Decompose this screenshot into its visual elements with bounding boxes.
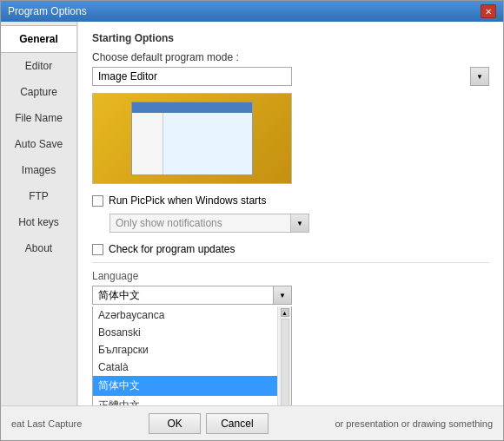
run-picpick-row: Run PicPick when Windows starts (92, 194, 489, 207)
title-bar: Program Options ✕ (1, 1, 503, 22)
mode-dropdown-container: Image Editor ▼ (92, 67, 489, 86)
language-title: Language (92, 262, 489, 282)
language-option-zh-tw[interactable]: 正體中文 (93, 396, 277, 405)
notifications-select[interactable]: Only show notifications (109, 214, 309, 233)
preview-inner (93, 94, 291, 183)
starting-options-title: Starting Options (92, 32, 489, 44)
window-title: Program Options (8, 5, 87, 17)
preview-main-mini (163, 113, 252, 174)
notifications-select-wrap: Only show notifications ▼ (109, 214, 309, 233)
sidebar-item-editor[interactable]: Editor (1, 53, 76, 79)
mode-preview-image (92, 93, 292, 184)
sidebar: General Editor Capture File Name Auto Sa… (1, 22, 77, 405)
language-list-items: Azərbaycanca Bosanski Български Català 简… (93, 306, 277, 405)
language-dropdown-list: Azərbaycanca Bosanski Български Català 简… (92, 306, 292, 405)
scroll-track (281, 319, 289, 405)
language-dropdown-container: 简体中文 ▼ Azərbaycanca Bosanski Български C… (92, 286, 292, 405)
preview-content (132, 113, 252, 174)
ok-button[interactable]: OK (149, 413, 201, 434)
sidebar-item-autosave[interactable]: Auto Save (1, 131, 76, 157)
sidebar-item-filename[interactable]: File Name (1, 105, 76, 131)
mode-label: Choose default program mode : (92, 51, 489, 63)
sidebar-item-general[interactable]: General (1, 25, 76, 53)
preview-sidebar-mini (132, 113, 163, 174)
mode-dropdown-arrow: ▼ (470, 67, 489, 86)
mode-select[interactable]: Image Editor (92, 67, 292, 86)
language-option-bg[interactable]: Български (93, 341, 277, 359)
sidebar-item-hotkeys[interactable]: Hot keys (1, 209, 76, 235)
footer-buttons: OK Cancel (149, 413, 268, 434)
settings-panel: Starting Options Choose default program … (77, 22, 503, 405)
sidebar-item-about[interactable]: About (1, 235, 76, 261)
title-bar-controls: ✕ (481, 4, 496, 18)
scroll-up-arrow[interactable]: ▲ (281, 308, 289, 317)
run-picpick-checkbox[interactable] (92, 195, 103, 207)
check-updates-checkbox[interactable] (92, 244, 103, 255)
footer-bar: eat Last Capture OK Cancel or presentati… (1, 405, 503, 440)
language-option-zh-cn[interactable]: 简体中文 (93, 376, 277, 396)
cancel-button[interactable]: Cancel (206, 413, 268, 434)
language-option-az[interactable]: Azərbaycanca (93, 306, 277, 324)
sidebar-item-ftp[interactable]: FTP (1, 183, 76, 209)
check-updates-row: Check for program updates (92, 243, 489, 255)
preview-titlebar (132, 102, 252, 113)
program-options-window: Program Options ✕ General Editor Capture… (0, 0, 504, 441)
language-dropdown-scrollbar[interactable]: ▲ ▼ (277, 306, 291, 405)
main-content: General Editor Capture File Name Auto Sa… (1, 22, 503, 405)
notifications-row: Only show notifications ▼ (109, 214, 489, 233)
sidebar-item-capture[interactable]: Capture (1, 79, 76, 105)
language-option-bs[interactable]: Bosanski (93, 324, 277, 341)
check-updates-label: Check for program updates (109, 243, 235, 255)
sidebar-item-images[interactable]: Images (1, 157, 76, 183)
language-select-display[interactable]: 简体中文 (92, 286, 292, 305)
language-option-ca[interactable]: Català (93, 359, 277, 376)
footer-right-text: or presentation or drawing something (335, 418, 493, 429)
run-picpick-label: Run PicPick when Windows starts (109, 194, 266, 207)
close-button[interactable]: ✕ (481, 4, 496, 18)
preview-screen (131, 102, 253, 175)
footer-left-text: eat Last Capture (11, 418, 82, 429)
language-section: Language 简体中文 ▼ Azərbaycanca Bosanski Бъ… (92, 262, 489, 405)
